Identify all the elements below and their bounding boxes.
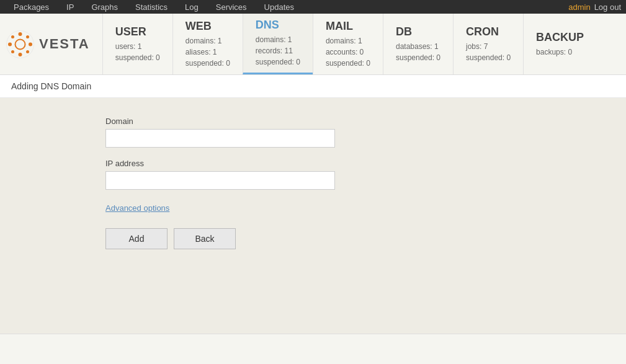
svg-point-3 bbox=[19, 53, 22, 56]
stats-bar: VESTA USER users: 1 suspended: 0 WEB dom… bbox=[0, 14, 626, 75]
stat-web[interactable]: WEB domains: 1 aliases: 1 suspended: 0 bbox=[172, 14, 243, 74]
svg-point-4 bbox=[8, 42, 12, 46]
nav-right-area: admin Log out bbox=[568, 2, 621, 12]
nav-admin-link[interactable]: admin bbox=[568, 2, 590, 12]
stat-db-line1: databases: 1 bbox=[396, 41, 440, 52]
stat-user[interactable]: USER users: 1 suspended: 0 bbox=[102, 14, 172, 74]
vesta-logo-icon bbox=[6, 30, 34, 58]
nav-statistics[interactable]: Statistics bbox=[127, 1, 176, 13]
stat-dns-line1: domains: 1 bbox=[256, 34, 300, 45]
logo-text: VESTA bbox=[39, 36, 90, 52]
stat-user-line1: users: 1 bbox=[115, 41, 160, 52]
ip-field-group: IP address bbox=[105, 159, 626, 190]
stat-mail-line3: suspended: 0 bbox=[326, 58, 370, 69]
stat-web-title: WEB bbox=[186, 20, 230, 33]
back-button[interactable]: Back bbox=[174, 228, 236, 249]
svg-point-5 bbox=[29, 42, 32, 46]
page-header: Adding DNS Domain bbox=[0, 75, 626, 98]
domain-field-group: Domain bbox=[105, 117, 626, 148]
stat-user-line2: suspended: 0 bbox=[115, 52, 160, 63]
nav-logout-link[interactable]: Log out bbox=[594, 2, 621, 12]
add-button[interactable]: Add bbox=[105, 228, 168, 249]
stat-dns[interactable]: DNS domains: 1 records: 11 suspended: 0 bbox=[243, 14, 313, 74]
stat-user-title: USER bbox=[115, 25, 160, 38]
stat-backup[interactable]: BACKUP backups: 0 bbox=[523, 14, 596, 74]
nav-updates[interactable]: Updates bbox=[256, 1, 303, 13]
stat-cron-line1: jobs: 7 bbox=[466, 41, 511, 52]
svg-point-6 bbox=[11, 35, 14, 38]
svg-point-8 bbox=[11, 50, 14, 53]
top-navigation: Packages IP Graphs Statistics Log Servic… bbox=[0, 0, 626, 14]
stat-db-line2: suspended: 0 bbox=[396, 52, 440, 63]
page-title: Adding DNS Domain bbox=[11, 81, 91, 91]
stat-cron-title: CRON bbox=[466, 25, 511, 38]
footer bbox=[0, 334, 626, 364]
form-buttons: Add Back bbox=[105, 228, 626, 249]
stat-dns-line3: suspended: 0 bbox=[256, 56, 300, 68]
stat-mail-line1: domains: 1 bbox=[326, 35, 370, 47]
svg-point-9 bbox=[26, 50, 29, 53]
stat-web-line1: domains: 1 bbox=[186, 35, 230, 47]
stat-db-title: DB bbox=[396, 25, 440, 38]
stat-web-line3: suspended: 0 bbox=[186, 58, 230, 69]
ip-label: IP address bbox=[105, 159, 626, 168]
stat-backup-line1: backups: 0 bbox=[536, 47, 584, 58]
svg-point-7 bbox=[26, 35, 29, 38]
stat-mail-line2: accounts: 0 bbox=[326, 47, 370, 58]
stat-dns-line2: records: 11 bbox=[256, 45, 300, 56]
stat-backup-title: BACKUP bbox=[536, 31, 584, 44]
stat-mail[interactable]: MAIL domains: 1 accounts: 0 suspended: 0 bbox=[313, 14, 383, 74]
main-content: Domain IP address Advanced options Add B… bbox=[0, 98, 626, 334]
nav-ip[interactable]: IP bbox=[58, 1, 83, 13]
svg-point-2 bbox=[19, 32, 22, 36]
nav-graphs[interactable]: Graphs bbox=[83, 1, 127, 13]
stat-mail-title: MAIL bbox=[326, 20, 370, 33]
stat-db[interactable]: DB databases: 1 suspended: 0 bbox=[383, 14, 453, 74]
stat-web-line2: aliases: 1 bbox=[186, 47, 230, 58]
stat-dns-title: DNS bbox=[256, 19, 300, 32]
nav-services[interactable]: Services bbox=[207, 1, 256, 13]
domain-label: Domain bbox=[105, 117, 626, 126]
nav-log[interactable]: Log bbox=[176, 1, 207, 13]
ip-input[interactable] bbox=[105, 171, 335, 190]
nav-packages[interactable]: Packages bbox=[5, 1, 58, 13]
stat-cron-line2: suspended: 0 bbox=[466, 52, 511, 63]
domain-input[interactable] bbox=[105, 129, 335, 148]
advanced-options-link[interactable]: Advanced options bbox=[105, 203, 169, 213]
logo-area: VESTA bbox=[6, 14, 102, 74]
stat-cron[interactable]: CRON jobs: 7 suspended: 0 bbox=[453, 14, 523, 74]
